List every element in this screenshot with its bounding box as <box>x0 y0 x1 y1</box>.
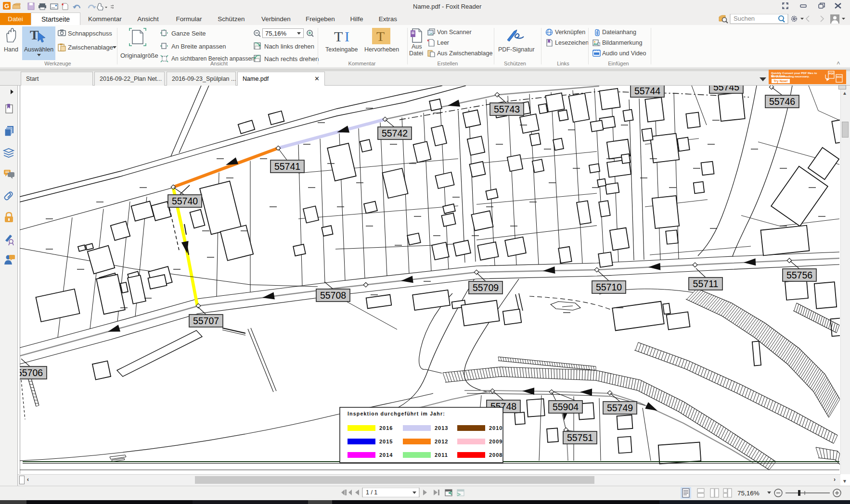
svg-text:55706: 55706 <box>20 367 43 378</box>
svg-text:G: G <box>4 2 9 10</box>
svg-text:2015: 2015 <box>379 439 393 444</box>
svg-text:2013: 2013 <box>435 425 448 431</box>
svg-text:2009: 2009 <box>489 439 502 444</box>
svg-text:55749: 55749 <box>607 403 633 413</box>
svg-text:2011: 2011 <box>435 452 448 458</box>
svg-text:55709: 55709 <box>473 282 499 293</box>
svg-text:2012: 2012 <box>435 439 448 444</box>
svg-text:55708: 55708 <box>320 290 346 301</box>
svg-text:I: I <box>345 29 349 44</box>
svg-text:2014: 2014 <box>379 452 393 458</box>
svg-text:55744: 55744 <box>634 86 660 96</box>
svg-text:T: T <box>30 28 39 42</box>
svg-text:*: * <box>427 39 429 44</box>
svg-text:55751: 55751 <box>567 432 593 443</box>
svg-text:2010: 2010 <box>489 425 502 431</box>
svg-text:PDF: PDF <box>829 72 835 75</box>
svg-text:2008: 2008 <box>489 452 502 458</box>
svg-text:55746: 55746 <box>769 96 795 107</box>
svg-text:T: T <box>334 29 343 44</box>
svg-text:55740: 55740 <box>172 196 198 206</box>
svg-text:*: * <box>62 2 64 8</box>
svg-text:55710: 55710 <box>596 282 622 292</box>
svg-text:DOC: DOC <box>837 76 842 78</box>
svg-text:55745: 55745 <box>713 86 739 92</box>
svg-text:55741: 55741 <box>274 161 300 172</box>
svg-text:2016: 2016 <box>379 425 393 431</box>
svg-text:55707: 55707 <box>193 315 219 326</box>
svg-text:Suchen: Suchen <box>734 15 755 22</box>
svg-text:75,16%: 75,16% <box>737 490 760 497</box>
svg-text:55742: 55742 <box>382 128 408 139</box>
svg-text:55711: 55711 <box>693 278 719 289</box>
svg-text:T: T <box>376 29 385 43</box>
svg-text:55756: 55756 <box>786 270 812 280</box>
svg-text:55904: 55904 <box>553 402 579 412</box>
svg-text:55743: 55743 <box>494 104 520 114</box>
svg-text:Inspektion durchgeführt im Jah: Inspektion durchgeführt im Jahr: <box>348 411 445 416</box>
svg-text:1 / 1: 1 / 1 <box>366 489 377 496</box>
